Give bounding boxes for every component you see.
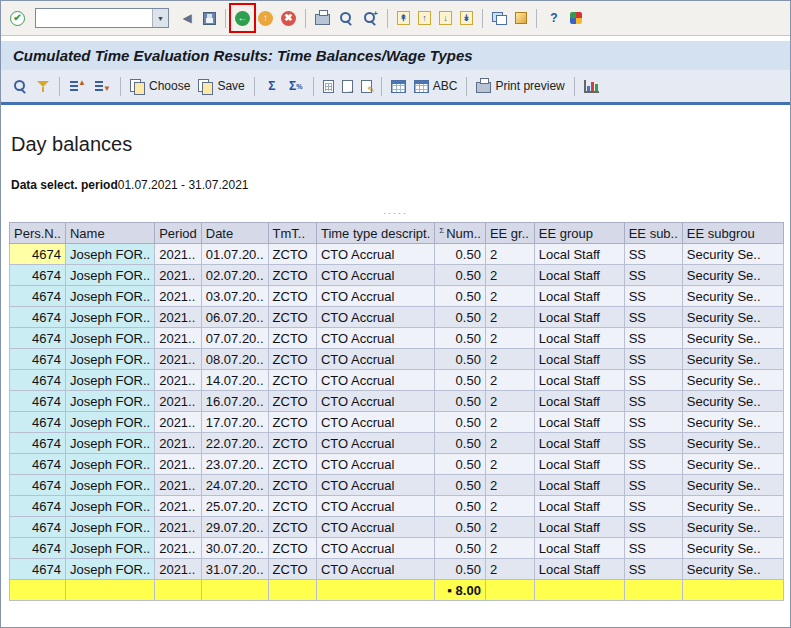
page-up-button[interactable]: ↑ bbox=[415, 6, 434, 30]
cell-eegr[interactable]: 2 bbox=[485, 391, 534, 412]
cell-num[interactable]: 0.50 bbox=[435, 475, 486, 496]
cell-eegr[interactable]: 2 bbox=[485, 244, 534, 265]
cell-ttype[interactable]: CTO Accrual bbox=[316, 412, 434, 433]
cell-eegr[interactable]: 2 bbox=[485, 412, 534, 433]
choose-button[interactable]: Choose bbox=[127, 74, 193, 98]
command-field[interactable]: ▼ bbox=[35, 8, 169, 28]
cell-persn[interactable]: 4674 bbox=[10, 349, 66, 370]
cell-tmt[interactable]: ZCTO bbox=[268, 307, 316, 328]
cell-period[interactable]: 2021.. bbox=[155, 517, 202, 538]
sum-button[interactable]: Σ bbox=[261, 74, 283, 98]
cell-tmt[interactable]: ZCTO bbox=[268, 328, 316, 349]
cell-tmt[interactable]: ZCTO bbox=[268, 538, 316, 559]
subtotal-button[interactable]: Σ% bbox=[285, 74, 307, 98]
cell-eesub[interactable]: SS bbox=[624, 412, 682, 433]
cell-eegroup[interactable]: Local Staff bbox=[534, 307, 624, 328]
column-header-eegr[interactable]: EE gr.. bbox=[485, 223, 534, 244]
graphic-button[interactable] bbox=[581, 74, 602, 98]
cell-date[interactable]: 03.07.20.. bbox=[201, 286, 268, 307]
cell-date[interactable]: 08.07.20.. bbox=[201, 349, 268, 370]
cell-eegroup[interactable]: Local Staff bbox=[534, 328, 624, 349]
details-button[interactable] bbox=[9, 74, 31, 98]
cell-eegr[interactable]: 2 bbox=[485, 370, 534, 391]
total-cell-persn[interactable] bbox=[10, 580, 66, 601]
cell-ttype[interactable]: CTO Accrual bbox=[316, 391, 434, 412]
cell-eegroup[interactable]: Local Staff bbox=[534, 412, 624, 433]
cell-eesub[interactable]: SS bbox=[624, 328, 682, 349]
cell-ttype[interactable]: CTO Accrual bbox=[316, 496, 434, 517]
collapse-command-button[interactable]: ◀ bbox=[176, 6, 198, 30]
cell-persn[interactable]: 4674 bbox=[10, 433, 66, 454]
cell-persn[interactable]: 4674 bbox=[10, 412, 66, 433]
cell-name[interactable]: Joseph FOR.. bbox=[65, 412, 154, 433]
cell-period[interactable]: 2021.. bbox=[155, 559, 202, 580]
total-cell-num[interactable]: ▪ 8.00 bbox=[435, 580, 486, 601]
abc-analysis-button[interactable]: ABC bbox=[411, 74, 461, 98]
cell-eesub[interactable]: SS bbox=[624, 349, 682, 370]
cell-ttype[interactable]: CTO Accrual bbox=[316, 475, 434, 496]
command-input[interactable] bbox=[36, 9, 152, 27]
customize-layout-button[interactable] bbox=[567, 6, 585, 30]
cell-period[interactable]: 2021.. bbox=[155, 433, 202, 454]
print-button[interactable] bbox=[312, 6, 333, 30]
cell-period[interactable]: 2021.. bbox=[155, 370, 202, 391]
total-cell-eegr[interactable] bbox=[485, 580, 534, 601]
cell-name[interactable]: Joseph FOR.. bbox=[65, 286, 154, 307]
cell-date[interactable]: 23.07.20.. bbox=[201, 454, 268, 475]
back-button[interactable]: ← bbox=[232, 6, 253, 30]
cell-period[interactable]: 2021.. bbox=[155, 391, 202, 412]
cell-eegroup[interactable]: Local Staff bbox=[534, 286, 624, 307]
cell-date[interactable]: 02.07.20.. bbox=[201, 265, 268, 286]
cell-ttype[interactable]: CTO Accrual bbox=[316, 349, 434, 370]
cell-date[interactable]: 30.07.20.. bbox=[201, 538, 268, 559]
cell-eegroup[interactable]: Local Staff bbox=[534, 265, 624, 286]
cell-tmt[interactable]: ZCTO bbox=[268, 475, 316, 496]
cell-eesub[interactable]: SS bbox=[624, 286, 682, 307]
cell-eegroup[interactable]: Local Staff bbox=[534, 559, 624, 580]
cell-num[interactable]: 0.50 bbox=[435, 538, 486, 559]
sort-ascending-button[interactable] bbox=[66, 74, 89, 98]
save-button[interactable] bbox=[200, 6, 219, 30]
total-cell-ttype[interactable] bbox=[316, 580, 434, 601]
cell-name[interactable]: Joseph FOR.. bbox=[65, 517, 154, 538]
first-page-button[interactable]: ↟ bbox=[394, 6, 413, 30]
cell-date[interactable]: 17.07.20.. bbox=[201, 412, 268, 433]
cell-ttype[interactable]: CTO Accrual bbox=[316, 265, 434, 286]
cell-eesubgroup[interactable]: Security Se.. bbox=[682, 244, 783, 265]
cell-date[interactable]: 01.07.20.. bbox=[201, 244, 268, 265]
cell-eesub[interactable]: SS bbox=[624, 307, 682, 328]
cell-eesub[interactable]: SS bbox=[624, 538, 682, 559]
cell-period[interactable]: 2021.. bbox=[155, 538, 202, 559]
cell-eegr[interactable]: 2 bbox=[485, 517, 534, 538]
cell-period[interactable]: 2021.. bbox=[155, 265, 202, 286]
cell-date[interactable]: 14.07.20.. bbox=[201, 370, 268, 391]
cell-name[interactable]: Joseph FOR.. bbox=[65, 454, 154, 475]
cell-date[interactable]: 31.07.20.. bbox=[201, 559, 268, 580]
cell-tmt[interactable]: ZCTO bbox=[268, 559, 316, 580]
cell-num[interactable]: 0.50 bbox=[435, 559, 486, 580]
total-cell-date[interactable] bbox=[201, 580, 268, 601]
cell-eegroup[interactable]: Local Staff bbox=[534, 517, 624, 538]
enter-button[interactable]: ✔ bbox=[7, 6, 28, 30]
page-down-button[interactable]: ↓ bbox=[436, 6, 455, 30]
cell-eegr[interactable]: 2 bbox=[485, 328, 534, 349]
cell-num[interactable]: 0.50 bbox=[435, 496, 486, 517]
grid-view-button[interactable] bbox=[388, 74, 409, 98]
cell-ttype[interactable]: CTO Accrual bbox=[316, 559, 434, 580]
cell-name[interactable]: Joseph FOR.. bbox=[65, 496, 154, 517]
cell-name[interactable]: Joseph FOR.. bbox=[65, 244, 154, 265]
last-page-button[interactable]: ↡ bbox=[457, 6, 476, 30]
cell-name[interactable]: Joseph FOR.. bbox=[65, 391, 154, 412]
cell-persn[interactable]: 4674 bbox=[10, 265, 66, 286]
cell-eesubgroup[interactable]: Security Se.. bbox=[682, 391, 783, 412]
cell-eegroup[interactable]: Local Staff bbox=[534, 391, 624, 412]
total-cell-period[interactable] bbox=[155, 580, 202, 601]
cell-eesubgroup[interactable]: Security Se.. bbox=[682, 328, 783, 349]
cell-eegroup[interactable]: Local Staff bbox=[534, 349, 624, 370]
cell-eegr[interactable]: 2 bbox=[485, 286, 534, 307]
cell-date[interactable]: 16.07.20.. bbox=[201, 391, 268, 412]
cell-num[interactable]: 0.50 bbox=[435, 307, 486, 328]
column-header-eesubgroup[interactable]: EE subgrou bbox=[682, 223, 783, 244]
cell-eegr[interactable]: 2 bbox=[485, 433, 534, 454]
total-cell-tmt[interactable] bbox=[268, 580, 316, 601]
